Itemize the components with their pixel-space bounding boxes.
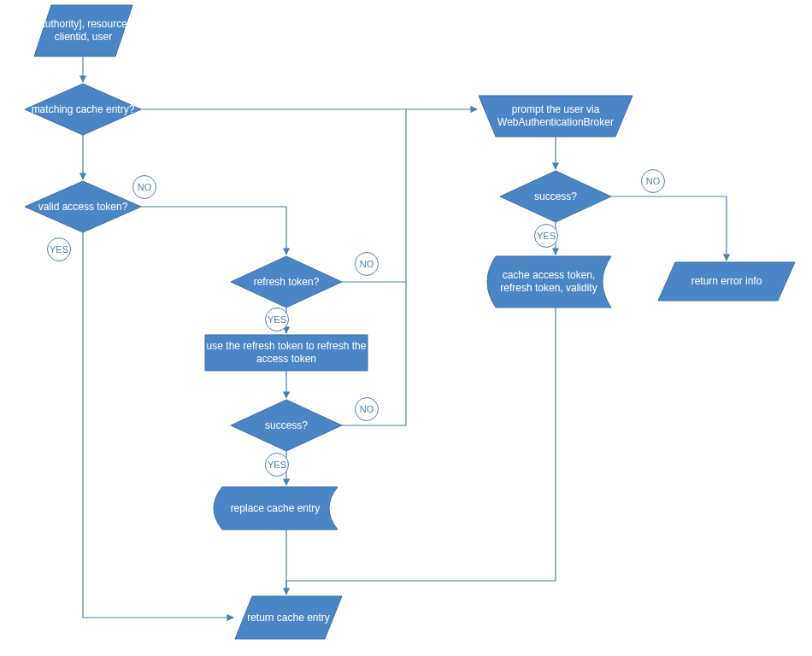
node-refresh-token: refresh token? — [231, 256, 342, 308]
node-refresh-success: success? — [231, 400, 342, 451]
label-refresh-success-yes: YES — [265, 453, 289, 477]
node-valid-access: valid access token? — [25, 181, 141, 232]
label-prompt-success-no: NO — [641, 169, 665, 193]
label-refresh-token-no: NO — [355, 252, 379, 276]
node-matching-cache: matching cache entry? — [25, 84, 141, 135]
label-valid-access-yes: YES — [47, 237, 71, 261]
node-replace-cache: replace cache entry — [215, 487, 335, 530]
node-return-error: return error info — [658, 262, 795, 301]
label-refresh-success-no: NO — [355, 397, 379, 421]
node-use-refresh: use the refresh token to refresh the acc… — [205, 335, 368, 371]
node-cache-access: cache access token, refresh token, valid… — [489, 256, 609, 308]
label-valid-access-no: NO — [132, 175, 156, 199]
node-input: [authority], resource, clientid, user — [34, 5, 132, 56]
node-prompt-success: success? — [500, 171, 611, 222]
label-prompt-success-yes: YES — [534, 224, 558, 248]
node-return-cache: return cache entry — [235, 596, 342, 639]
node-prompt-user: prompt the user via WebAuthenticationBro… — [479, 96, 633, 137]
label-refresh-token-yes: YES — [265, 308, 289, 331]
